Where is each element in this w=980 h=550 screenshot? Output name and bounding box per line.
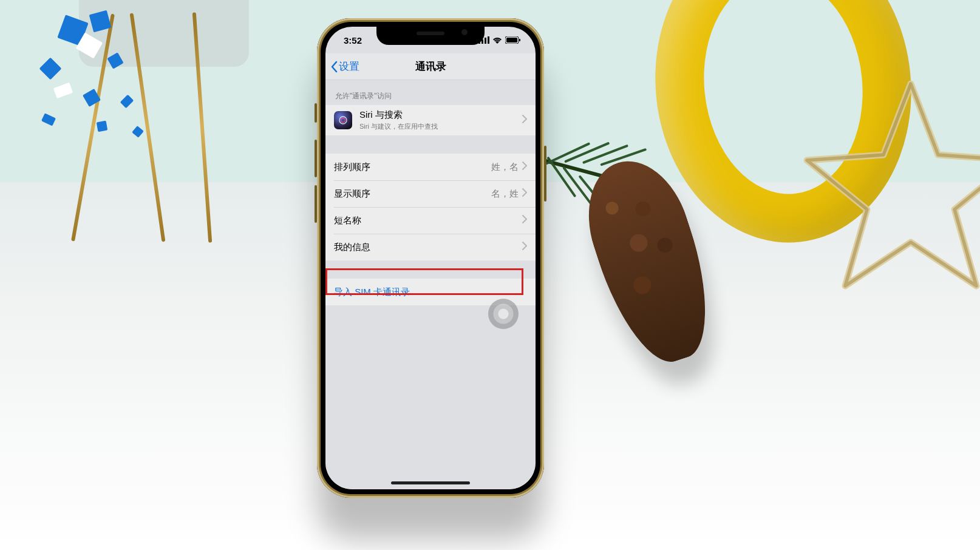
section-header-allow-access: 允许"通讯录"访问	[325, 80, 536, 105]
volume-up-button	[315, 140, 317, 177]
my-info-label: 我的信息	[334, 242, 522, 253]
chevron-right-icon	[522, 115, 527, 126]
notch	[376, 27, 485, 45]
group-allow-access: Siri 与搜索 Siri 与建议，在应用中查找	[325, 105, 536, 135]
chevron-right-icon	[522, 188, 527, 199]
side-power-button	[544, 146, 546, 202]
sort-order-value: 姓，名	[491, 161, 519, 173]
navigation-bar: 设置 通讯录	[325, 53, 536, 80]
assistive-touch-button[interactable]	[488, 299, 519, 329]
status-time: 3:52	[344, 35, 362, 46]
group-ordering: 排列顺序 姓，名 显示顺序 名，姓 短名称	[325, 154, 536, 260]
battery-icon	[505, 35, 521, 46]
sort-order-label: 排列顺序	[334, 161, 491, 173]
volume-down-button	[315, 185, 317, 223]
svg-rect-5	[506, 38, 517, 42]
svg-point-7	[339, 117, 347, 124]
prop-gold-easel	[0, 0, 255, 255]
settings-content: 允许"通讯录"访问 Siri 与搜索 Siri 与建议，在应用中查找	[325, 80, 536, 489]
svg-rect-3	[488, 36, 489, 44]
display-order-value: 名，姓	[491, 188, 519, 200]
cell-siri-title: Siri 与搜索	[359, 109, 522, 121]
chevron-left-icon	[330, 61, 338, 73]
cell-display-order[interactable]: 显示顺序 名，姓	[325, 180, 536, 207]
page-title: 通讯录	[415, 59, 446, 73]
prop-wicker-star	[801, 73, 980, 291]
chevron-right-icon	[522, 242, 527, 253]
cell-short-name[interactable]: 短名称	[325, 207, 536, 234]
short-name-label: 短名称	[334, 215, 522, 226]
svg-rect-6	[519, 39, 520, 41]
cell-siri-search[interactable]: Siri 与搜索 Siri 与建议，在应用中查找	[325, 105, 536, 135]
phone-screen: 3:52	[325, 27, 536, 489]
svg-rect-2	[485, 38, 486, 44]
siri-icon	[334, 111, 352, 129]
home-indicator[interactable]	[391, 481, 470, 484]
display-order-label: 显示顺序	[334, 188, 491, 200]
cell-sort-order[interactable]: 排列顺序 姓，名	[325, 154, 536, 180]
wifi-icon	[492, 35, 502, 46]
back-button[interactable]: 设置	[330, 59, 359, 73]
mute-switch	[315, 103, 317, 123]
chevron-right-icon	[522, 161, 527, 172]
svg-point-8	[341, 118, 345, 123]
import-sim-label: 导入 SIM 卡通讯录	[334, 287, 527, 298]
chevron-right-icon	[522, 215, 527, 226]
iphone-device: 3:52	[317, 18, 544, 498]
cell-my-info[interactable]: 我的信息	[325, 234, 536, 260]
back-label: 设置	[339, 59, 359, 73]
cell-siri-subtitle: Siri 与建议，在应用中查找	[359, 122, 522, 131]
